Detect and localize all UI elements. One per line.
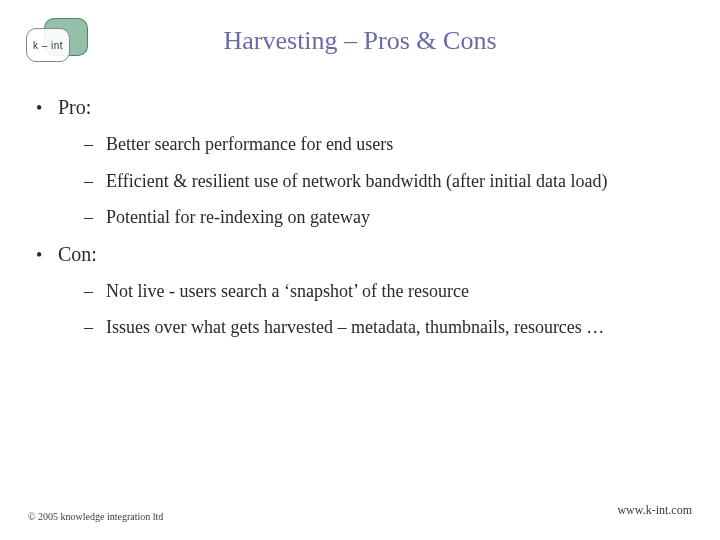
section-label: Con:: [58, 243, 97, 266]
dash-icon: –: [84, 206, 106, 229]
slide: k – int Harvesting – Pros & Cons • Pro: …: [0, 0, 720, 540]
list-item: – Not live - users search a ‘snapshot’ o…: [84, 280, 690, 303]
list-item: – Potential for re-indexing on gateway: [84, 206, 690, 229]
section-con: • Con: – Not live - users search a ‘snap…: [36, 243, 690, 339]
bullet-icon: •: [36, 99, 58, 117]
dash-icon: –: [84, 170, 106, 193]
footer-copyright: © 2005 knowledge integration ltd: [28, 511, 163, 522]
section-pro: • Pro: – Better search performance for e…: [36, 96, 690, 229]
section-label: Pro:: [58, 96, 91, 119]
list-item: – Better search performance for end user…: [84, 133, 690, 156]
slide-body: • Pro: – Better search performance for e…: [36, 96, 690, 353]
item-text: Issues over what gets harvested – metada…: [106, 316, 604, 339]
footer-url: www.k-int.com: [617, 503, 692, 518]
item-text: Better search performance for end users: [106, 133, 393, 156]
dash-icon: –: [84, 316, 106, 339]
bullet-icon: •: [36, 246, 58, 264]
item-text: Not live - users search a ‘snapshot’ of …: [106, 280, 469, 303]
list-item: – Efficient & resilient use of network b…: [84, 170, 690, 193]
dash-icon: –: [84, 280, 106, 303]
list-item: – Issues over what gets harvested – meta…: [84, 316, 690, 339]
item-text: Potential for re-indexing on gateway: [106, 206, 370, 229]
slide-title: Harvesting – Pros & Cons: [0, 26, 720, 56]
dash-icon: –: [84, 133, 106, 156]
item-text: Efficient & resilient use of network ban…: [106, 170, 608, 193]
